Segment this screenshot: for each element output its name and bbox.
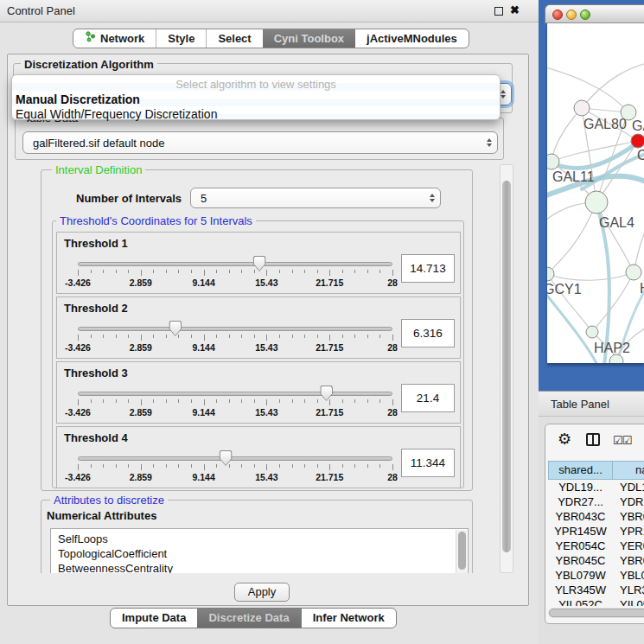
close-icon[interactable]: ✖	[510, 3, 520, 16]
network-icon	[85, 29, 96, 48]
cell-shared-name: YIL052C	[548, 597, 613, 606]
network-node-label: H	[640, 281, 644, 296]
table-data-value: galFiltered.sif default node	[23, 137, 481, 150]
tab-select[interactable]: Select	[206, 29, 262, 48]
network-node-label: GA	[632, 118, 644, 133]
network-node[interactable]	[586, 326, 598, 338]
slider-track[interactable]	[78, 456, 392, 461]
settings-scrollbar-thumb[interactable]	[502, 181, 511, 552]
network-node[interactable]	[574, 100, 590, 116]
tab-discretize-data[interactable]: Discretize Data	[197, 609, 300, 628]
node-table: shared... name YDL19...YDL19...YDR27...Y…	[548, 461, 644, 606]
table-row[interactable]: YDL19...YDL19...	[548, 480, 644, 494]
threshold-slider[interactable]: -3.4262.8599.14415.4321.71528	[78, 385, 392, 421]
network-node[interactable]	[626, 265, 641, 280]
threshold-value-field[interactable]: 21.4	[401, 384, 455, 412]
apply-button[interactable]: Apply	[234, 583, 290, 602]
tab-impute-data[interactable]: Impute Data	[111, 609, 197, 628]
close-traffic-light[interactable]	[552, 10, 563, 20]
control-panel-titlebar: Control Panel ✖	[0, 0, 539, 22]
algorithm-dropdown-popup: Select algorithm to view settings Manual…	[11, 74, 501, 120]
table-row[interactable]: YBR043CYBR043C	[548, 509, 644, 524]
threshold-slider[interactable]: -3.4262.8599.14415.4321.71528	[78, 450, 392, 486]
network-node[interactable]	[609, 354, 623, 363]
tab-infer-network[interactable]: Infer Network	[301, 609, 396, 628]
network-node[interactable]	[547, 267, 554, 281]
table-row[interactable]: YPR145WYPR145W	[548, 524, 644, 539]
tab-style[interactable]: Style	[156, 29, 206, 48]
network-node[interactable]	[631, 134, 644, 148]
tab-network[interactable]: Network	[73, 29, 156, 48]
network-node-label: GCY1	[547, 282, 582, 296]
cell-shared-name: YDR27...	[548, 494, 613, 509]
split-table-icon[interactable]	[586, 433, 600, 446]
threshold-value-field[interactable]: 14.713	[401, 254, 455, 283]
threshold-slider[interactable]: -3.4262.8599.14415.4321.71528	[78, 320, 392, 356]
table-row[interactable]: YLR345WYLR345W	[548, 583, 644, 597]
cell-shared-name: YBR043C	[548, 509, 613, 524]
cell-shared-name: YPR145W	[548, 524, 613, 539]
numerical-attributes-list[interactable]: SelfLoopsTopologicalCoefficientBetweenne…	[50, 528, 469, 573]
table-row[interactable]: YIL052CYIL052C	[548, 597, 644, 606]
table-data-group: Table Data galFiltered.sif default node	[15, 118, 504, 160]
gear-icon[interactable]: ⚙	[558, 431, 571, 447]
table-panel-header: Table Panel	[539, 391, 644, 417]
table-horizontal-scrollbar-thumb[interactable]	[549, 609, 644, 617]
table-row[interactable]: YDR27...YDR27...	[548, 494, 644, 509]
network-canvas[interactable]: GAL80GACGAL11GAL4GCY1HHAP2	[547, 23, 644, 363]
attribute-list-item[interactable]: TopologicalCoefficient	[51, 546, 468, 561]
settings-scrollbar[interactable]	[500, 164, 513, 573]
attribute-list-item[interactable]: BetweennessCentrality	[51, 561, 468, 573]
table-data-combobox[interactable]: galFiltered.sif default node	[22, 131, 498, 154]
top-tab-bar: Network Style Select Cyni Toolbox jActiv…	[73, 29, 469, 48]
threshold-slider[interactable]: -3.4262.8599.14415.4321.71528	[78, 255, 392, 291]
cell-name: YDR27...	[613, 494, 644, 509]
network-window-frame: GAL80GACGAL11GAL4GCY1HHAP2	[539, 0, 644, 391]
attribute-list-item[interactable]: SelfLoops	[51, 532, 468, 546]
minimize-traffic-light[interactable]	[566, 10, 577, 20]
float-window-icon[interactable]	[494, 7, 503, 16]
column-header-name[interactable]: name	[613, 461, 644, 480]
table-panel-body: ⚙ ☑☑ shared... name YDL19...YDL19...YDR2…	[539, 417, 644, 644]
cell-name: YPR145W	[613, 524, 644, 539]
network-node-label: GAL4	[599, 215, 634, 230]
dropdown-option-manual[interactable]: Manual Discretization	[16, 92, 140, 106]
cell-name: YER054C	[613, 539, 644, 553]
node-table-rows: YDL19...YDL19...YDR27...YDR27...YBR043CY…	[548, 480, 644, 606]
threshold-value-field[interactable]: 6.316	[401, 319, 455, 348]
attributes-legend: Attributes to discretize	[50, 494, 168, 507]
table-horizontal-scrollbar[interactable]	[548, 608, 644, 618]
list-scrollbar[interactable]	[456, 530, 467, 573]
dropdown-option-equal-width[interactable]: Equal Width/Frequency Discretization	[16, 107, 217, 121]
table-row[interactable]: YBL079WYBL079W	[548, 568, 644, 583]
cell-name: YBR043C	[613, 509, 644, 524]
network-node-label: GAL80	[583, 117, 627, 131]
tab-cyni-toolbox[interactable]: Cyni Toolbox	[263, 29, 355, 48]
list-scrollbar-thumb[interactable]	[458, 532, 466, 570]
slider-track[interactable]	[78, 392, 392, 396]
numerical-attributes-label: Numerical Attributes	[47, 509, 156, 522]
discretization-algorithm-legend: Discretization Algorithm	[21, 58, 157, 71]
slider-scale-labels: -3.4262.8599.14415.4321.71528	[78, 342, 392, 353]
attributes-group: Attributes to discretize Numerical Attri…	[41, 500, 473, 573]
network-node[interactable]	[585, 191, 608, 214]
zoom-traffic-light[interactable]	[580, 10, 590, 20]
tab-jactivemnodules[interactable]: jActiveMNodules	[355, 29, 469, 48]
number-of-intervals-combobox[interactable]: 5	[190, 188, 441, 208]
network-node[interactable]	[547, 154, 559, 169]
table-row[interactable]: YBR045CYBR045C	[548, 553, 644, 568]
slider-track[interactable]	[78, 262, 392, 266]
cell-shared-name: YER054C	[548, 539, 613, 553]
cell-shared-name: YBL079W	[548, 568, 613, 583]
slider-ticks	[78, 270, 392, 277]
interval-definition-group: Interval Definition Number of Intervals …	[41, 169, 473, 491]
slider-scale-labels: -3.4262.8599.14415.4321.71528	[78, 472, 392, 482]
cell-name: YDL19...	[613, 480, 644, 494]
column-header-shared-name[interactable]: shared...	[548, 461, 613, 480]
network-node-label: HAP2	[594, 341, 630, 355]
number-of-intervals-value: 5	[191, 192, 424, 205]
slider-track[interactable]	[78, 327, 392, 331]
checkbox-icons[interactable]: ☑☑	[613, 434, 631, 447]
threshold-value-field[interactable]: 11.344	[401, 449, 455, 477]
table-row[interactable]: YER054CYER054C	[548, 539, 644, 553]
